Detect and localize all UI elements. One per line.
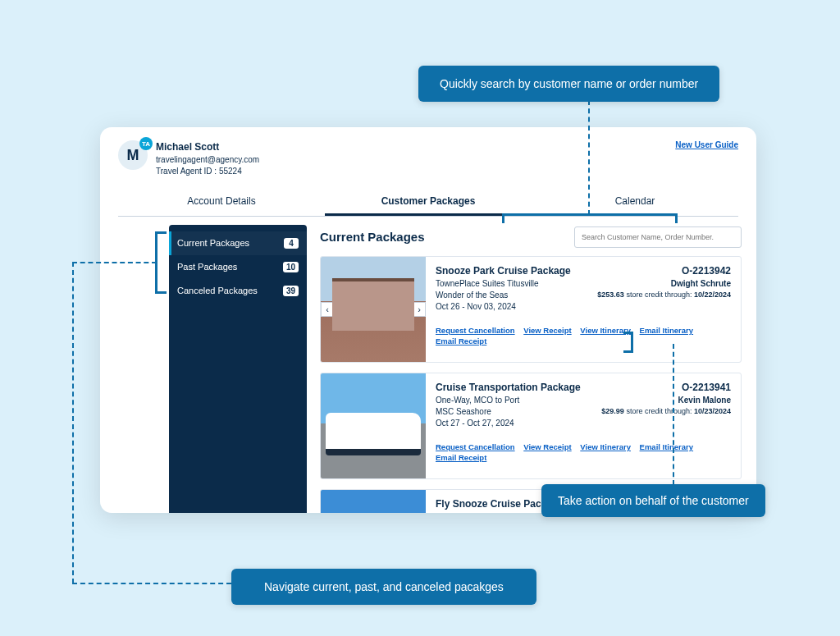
order-number: O-2213941 — [682, 382, 731, 393]
sidebar-item-count: 10 — [283, 262, 299, 272]
sidebar-item-label: Past Packages — [177, 262, 237, 272]
avatar-initial: M — [127, 147, 139, 164]
header: M TA Michael Scott travelingagent@agency… — [100, 127, 756, 184]
credit-label: store credit through: — [626, 407, 692, 415]
tab-customer-packages[interactable]: Customer Packages — [325, 189, 532, 216]
credit-date: 10/22/2024 — [694, 291, 731, 299]
body: Current Packages 4 Past Packages 10 Canc… — [100, 217, 756, 513]
sidebar-item-label: Current Packages — [177, 238, 249, 248]
request-cancellation-link[interactable]: Request Cancellation — [436, 326, 515, 335]
credit-amount: $29.99 — [601, 407, 624, 415]
tab-bar: Account Details Customer Packages Calend… — [118, 189, 738, 217]
avatar-badge: TA — [139, 137, 153, 150]
order-number: O-2213942 — [682, 265, 731, 277]
bracket-sidebar — [155, 231, 167, 294]
sidebar-item-count: 4 — [284, 238, 299, 249]
customer-name: Kevin Malone — [678, 396, 731, 405]
package-name: Cruise Transportation Package — [436, 382, 581, 393]
credit-label: store credit through: — [626, 291, 692, 299]
package-dates: Oct 27 - Oct 27, 2024 — [436, 419, 514, 428]
package-location: TownePlace Suites Titusville — [436, 279, 539, 288]
sidebar-item-label: Canceled Packages — [177, 286, 258, 295]
credit-date: 10/23/2024 — [694, 407, 731, 415]
package-ship: Wonder of the Seas — [436, 291, 508, 300]
connector-actions-a — [673, 344, 674, 485]
bracket-actions — [623, 332, 633, 353]
page-title: Current Packages — [320, 230, 425, 244]
package-actions: Request Cancellation View Receipt View I… — [436, 442, 731, 462]
email-receipt-link[interactable]: Email Receipt — [436, 453, 486, 462]
tab-calendar[interactable]: Calendar — [532, 189, 738, 216]
connector-sidebar-h2 — [72, 583, 231, 584]
credit-amount: $253.63 — [597, 291, 624, 299]
package-name: Snooze Park Cruise Package — [436, 265, 571, 277]
new-user-guide-link[interactable]: New User Guide — [675, 140, 738, 177]
package-ship: MSC Seashore — [436, 407, 491, 416]
avatar[interactable]: M TA — [118, 140, 148, 170]
request-cancellation-link[interactable]: Request Cancellation — [436, 442, 515, 451]
main-panel: Current Packages ‹ › Snooze Park Cruise … — [307, 217, 756, 513]
package-card: Cruise Transportation Package O-2213941 … — [320, 373, 742, 479]
app-window: M TA Michael Scott travelingagent@agency… — [100, 127, 756, 513]
callout-sidebar: Navigate current, past, and canceled pac… — [231, 569, 536, 605]
package-card-body: Cruise Transportation Package O-2213941 … — [426, 373, 741, 478]
profile-name: Michael Scott — [156, 140, 259, 154]
package-dates: Oct 26 - Nov 03, 2024 — [436, 302, 516, 311]
bracket-search — [502, 213, 678, 223]
view-receipt-link[interactable]: View Receipt — [523, 326, 571, 335]
email-itinerary-link[interactable]: Email Itinerary — [640, 326, 693, 335]
sidebar-item-count: 39 — [283, 286, 299, 296]
tab-account-details[interactable]: Account Details — [118, 189, 325, 216]
profile-block: M TA Michael Scott travelingagent@agency… — [118, 140, 259, 177]
package-actions: Request Cancellation View Receipt View I… — [436, 326, 731, 345]
callout-search: Quickly search by customer name or order… — [418, 66, 719, 102]
connector-sidebar-h1 — [72, 262, 157, 263]
package-thumbnail — [321, 373, 426, 478]
email-itinerary-link[interactable]: Email Itinerary — [640, 442, 693, 451]
package-card-body: Snooze Park Cruise Package O-2213942 Tow… — [426, 257, 741, 362]
package-card: ‹ › Snooze Park Cruise Package O-2213942… — [320, 256, 742, 363]
view-receipt-link[interactable]: View Receipt — [523, 442, 571, 451]
callout-actions: Take action on behalf of the customer — [541, 484, 765, 517]
package-location: One-Way, MCO to Port — [436, 396, 519, 405]
email-receipt-link[interactable]: Email Receipt — [436, 336, 486, 345]
connector-search — [588, 100, 590, 215]
profile-email: travelingagent@agency.com — [156, 154, 259, 166]
main-top-row: Current Packages — [320, 226, 742, 248]
search-input[interactable] — [574, 226, 742, 248]
sidebar-item-canceled-packages[interactable]: Canceled Packages 39 — [169, 279, 307, 303]
thumb-prev-button[interactable]: ‹ — [321, 302, 334, 317]
view-itinerary-link[interactable]: View Itinerary — [580, 442, 631, 451]
profile-agent-id: Travel Agent ID : 55224 — [156, 166, 259, 177]
sidebar: Current Packages 4 Past Packages 10 Canc… — [169, 225, 307, 513]
sidebar-item-past-packages[interactable]: Past Packages 10 — [169, 255, 307, 279]
connector-sidebar-v — [72, 262, 74, 583]
package-thumbnail: ‹ › — [321, 257, 426, 362]
thumb-next-button[interactable]: › — [413, 302, 426, 317]
store-credit: $253.63 store credit through: 10/22/2024 — [597, 291, 731, 300]
profile-info: Michael Scott travelingagent@agency.com … — [156, 140, 259, 177]
store-credit: $29.99 store credit through: 10/23/2024 — [601, 407, 731, 416]
customer-name: Dwight Schrute — [671, 279, 731, 288]
package-thumbnail — [321, 490, 426, 513]
sidebar-item-current-packages[interactable]: Current Packages 4 — [169, 231, 307, 255]
